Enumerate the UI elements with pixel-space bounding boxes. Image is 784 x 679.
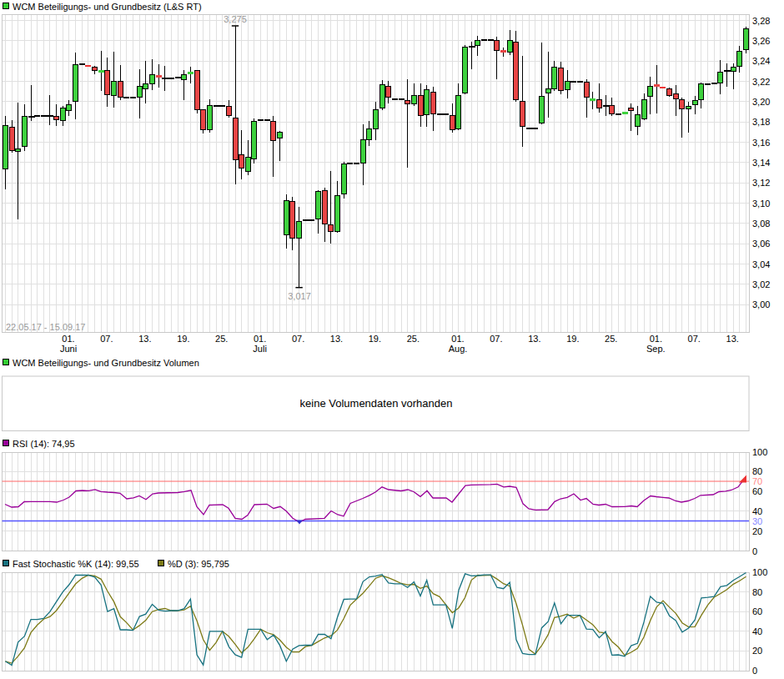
svg-text:07.: 07. — [490, 334, 502, 344]
svg-text:100: 100 — [752, 567, 767, 577]
svg-text:Aug.: Aug. — [449, 344, 468, 354]
svg-text:19.: 19. — [566, 334, 579, 344]
svg-text:Sep.: Sep. — [646, 344, 666, 354]
svg-text:3,275: 3,275 — [224, 14, 247, 24]
svg-text:19.: 19. — [369, 334, 381, 344]
svg-text:3,10: 3,10 — [752, 199, 770, 209]
svg-text:%D (3): 95,795: %D (3): 95,795 — [168, 559, 229, 569]
svg-text:30: 30 — [752, 516, 762, 526]
svg-text:60: 60 — [752, 606, 762, 616]
svg-text:70: 70 — [752, 476, 762, 486]
svg-text:19.: 19. — [177, 334, 189, 344]
svg-text:40: 40 — [752, 506, 762, 516]
svg-text:3,04: 3,04 — [752, 259, 770, 269]
svg-text:80: 80 — [752, 587, 762, 597]
svg-text:0: 0 — [752, 546, 757, 556]
svg-text:3,017: 3,017 — [288, 291, 311, 301]
svg-text:100: 100 — [752, 447, 767, 457]
svg-text:3,14: 3,14 — [752, 158, 770, 168]
svg-text:13.: 13. — [528, 334, 540, 344]
svg-text:20: 20 — [752, 526, 762, 536]
svg-text:WCM Beteiligungs- und Grundbes: WCM Beteiligungs- und Grundbesitz Volume… — [13, 358, 199, 368]
svg-text:3,12: 3,12 — [752, 178, 770, 188]
svg-text:25.: 25. — [215, 334, 228, 344]
svg-text:Juni: Juni — [60, 344, 77, 354]
svg-text:RSI (14): 74,95: RSI (14): 74,95 — [13, 439, 75, 449]
svg-text:13.: 13. — [726, 334, 739, 344]
svg-text:20: 20 — [752, 646, 762, 656]
svg-text:3,20: 3,20 — [752, 97, 770, 107]
svg-text:22.05.17 - 15.09.17: 22.05.17 - 15.09.17 — [6, 322, 85, 332]
svg-text:3,28: 3,28 — [752, 16, 770, 26]
svg-text:60: 60 — [752, 486, 762, 496]
svg-text:3,00: 3,00 — [752, 299, 770, 309]
svg-text:3,18: 3,18 — [752, 117, 770, 127]
svg-text:WCM Beteiligungs- und Grundbes: WCM Beteiligungs- und Grundbesitz (L&S R… — [13, 2, 202, 12]
svg-text:3,24: 3,24 — [752, 56, 770, 66]
svg-text:01.: 01. — [62, 334, 74, 344]
svg-text:3,02: 3,02 — [752, 279, 770, 289]
svg-text:Fast Stochastic %K (14): 99,55: Fast Stochastic %K (14): 99,55 — [13, 559, 139, 569]
svg-text:07.: 07. — [292, 334, 304, 344]
svg-text:Juli: Juli — [253, 344, 267, 354]
svg-text:3,06: 3,06 — [752, 239, 770, 249]
svg-text:13.: 13. — [138, 334, 151, 344]
svg-text:40: 40 — [752, 626, 762, 636]
svg-text:01.: 01. — [650, 334, 662, 344]
svg-text:3,22: 3,22 — [752, 77, 770, 87]
svg-text:0: 0 — [752, 666, 757, 676]
svg-text:01.: 01. — [254, 334, 266, 344]
svg-text:25.: 25. — [605, 334, 617, 344]
svg-text:01.: 01. — [451, 334, 464, 344]
svg-text:keine Volumendaten vorhanden: keine Volumendaten vorhanden — [300, 397, 453, 410]
svg-text:80: 80 — [752, 466, 762, 476]
svg-text:25.: 25. — [407, 334, 420, 344]
svg-text:07.: 07. — [100, 334, 113, 344]
svg-text:13.: 13. — [330, 334, 343, 344]
svg-text:3,16: 3,16 — [752, 138, 770, 148]
svg-text:3,08: 3,08 — [752, 219, 770, 229]
svg-text:3,26: 3,26 — [752, 36, 770, 46]
svg-text:07.: 07. — [688, 334, 701, 344]
